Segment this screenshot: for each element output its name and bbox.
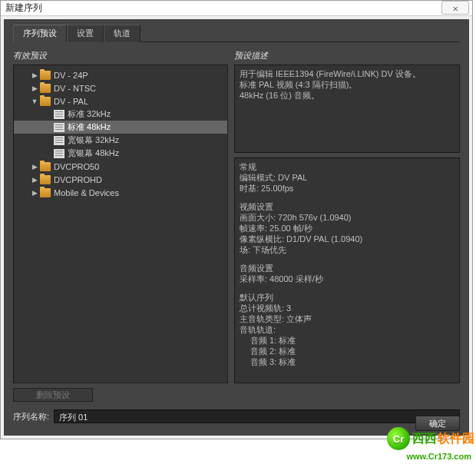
- tree-folder[interactable]: ▶DVCPRO50: [14, 160, 227, 173]
- desc-line: 48kHz (16 位) 音频。: [240, 90, 455, 101]
- spec-heading-video: 视频设置: [240, 201, 455, 212]
- disclosure-arrow-icon[interactable]: ▼: [31, 98, 38, 105]
- window-title: 新建序列: [5, 0, 42, 16]
- folder-icon: [40, 84, 51, 93]
- tree-preset[interactable]: 宽银幕 48kHz: [14, 147, 227, 160]
- sequence-name-label: 序列名称:: [13, 411, 49, 423]
- tree-folder[interactable]: ▶DV - 24P: [14, 68, 227, 81]
- preset-tree-box: ▶DV - 24P▶DV - NTSC▼DV - PAL标准 32kHz标准 4…: [13, 65, 228, 383]
- tree-item-label: DV - NTSC: [54, 84, 96, 93]
- tree-item-label: DVCPROHD: [54, 175, 102, 184]
- ok-button[interactable]: 确定: [415, 416, 460, 431]
- spec-heading-general: 常规: [240, 161, 455, 172]
- left-column: 有效预设 ▶DV - 24P▶DV - NTSC▼DV - PAL标准 32kH…: [13, 50, 228, 383]
- panel-body: 序列预设 设置 轨道 有效预设 ▶DV - 24P▶DV - NTSC▼DV -…: [4, 19, 469, 436]
- content-area: 有效预设 ▶DV - 24P▶DV - NTSC▼DV - PAL标准 32kH…: [13, 50, 460, 383]
- preset-icon: [54, 136, 64, 145]
- right-column: 预设描述 用于编辑 IEEE1394 (FireWire/i.LINK) DV …: [234, 50, 460, 383]
- dialog-window: 新建序列 ⨉ 序列预设 设置 轨道 有效预设 ▶DV - 24P▶DV - NT…: [0, 0, 473, 439]
- tab-tracks[interactable]: 轨道: [104, 25, 140, 42]
- tab-settings[interactable]: 设置: [67, 25, 104, 42]
- spec-heading-audio: 音频设置: [240, 263, 455, 273]
- tree-item-label: 标准 32kHz: [68, 108, 111, 120]
- folder-icon: [40, 162, 51, 171]
- tree-item-label: 标准 48kHz: [68, 121, 111, 133]
- tree-item-label: Mobile & Devices: [54, 188, 119, 197]
- desc-line: 标准 PAL 视频 (4:3 隔行扫描)。: [240, 79, 455, 90]
- watermark-url: www.Cr173.com: [406, 452, 471, 461]
- tab-presets[interactable]: 序列预设: [13, 25, 67, 42]
- spec-line: 主音轨类型: 立体声: [240, 313, 455, 324]
- right-heading: 预设描述: [234, 50, 460, 61]
- titlebar: 新建序列 ⨉: [1, 1, 472, 16]
- folder-icon: [40, 97, 51, 106]
- spec-line: 场: 下场优先: [240, 244, 455, 255]
- tree-item-label: DVCPRO50: [54, 162, 99, 171]
- tab-bar: 序列预设 设置 轨道: [13, 24, 460, 42]
- preset-tree[interactable]: ▶DV - 24P▶DV - NTSC▼DV - PAL标准 32kHz标准 4…: [14, 65, 227, 202]
- spec-line: 音频 1: 标准: [240, 335, 455, 346]
- spec-line: 采样率: 48000 采样/秒: [240, 273, 455, 284]
- spec-line: 音轨轨道:: [240, 324, 455, 335]
- tree-folder[interactable]: ▼DV - PAL: [14, 94, 227, 108]
- tree-item-label: 宽银幕 32kHz: [68, 134, 119, 146]
- disclosure-arrow-icon[interactable]: ▶: [31, 163, 38, 171]
- preset-description[interactable]: 用于编辑 IEEE1394 (FireWire/i.LINK) DV 设备。 标…: [234, 65, 460, 153]
- spec-line: 像素纵横比: D1/DV PAL (1.0940): [240, 234, 455, 244]
- tree-folder[interactable]: ▶DVCPROHD: [14, 173, 227, 186]
- tree-preset[interactable]: 标准 32kHz: [14, 108, 227, 121]
- tree-folder[interactable]: ▶Mobile & Devices: [14, 186, 227, 199]
- close-icon: ⨉: [453, 3, 458, 12]
- spec-heading-seq: 默认序列: [240, 292, 455, 303]
- preset-icon: [54, 110, 64, 119]
- disclosure-arrow-icon[interactable]: ▶: [31, 85, 38, 92]
- preset-icon: [54, 149, 64, 158]
- spec-line: 总计视频轨: 3: [240, 303, 455, 313]
- sequence-name-input[interactable]: 序列 01: [54, 409, 460, 423]
- preset-icon: [54, 123, 64, 132]
- spec-line: 时基: 25.00fps: [240, 183, 455, 194]
- disclosure-arrow-icon[interactable]: ▶: [31, 189, 38, 197]
- dialog-buttons: 确定: [415, 416, 460, 431]
- tree-item-label: DV - PAL: [54, 97, 88, 106]
- preset-spec[interactable]: 常规 编辑模式: DV PAL 时基: 25.00fps 视频设置 画面大小: …: [234, 157, 460, 383]
- tree-item-label: DV - 24P: [54, 71, 88, 80]
- delete-preset-button: 删除预设: [13, 388, 93, 402]
- close-button[interactable]: ⨉: [441, 1, 469, 15]
- footer-row: 序列名称: 序列 01: [13, 409, 460, 423]
- disclosure-arrow-icon[interactable]: ▶: [31, 176, 38, 184]
- tree-folder[interactable]: ▶DV - NTSC: [14, 81, 227, 94]
- spec-line: 编辑模式: DV PAL: [240, 172, 455, 183]
- tree-preset[interactable]: 宽银幕 32kHz: [14, 134, 227, 147]
- tree-preset[interactable]: 标准 48kHz: [14, 121, 227, 134]
- spec-line: 帧速率: 25.00 帧/秒: [240, 223, 455, 234]
- spec-line: 画面大小: 720h 576v (1.0940): [240, 212, 455, 223]
- tree-item-label: 宽银幕 48kHz: [68, 147, 119, 159]
- folder-icon: [40, 175, 51, 184]
- folder-icon: [40, 71, 51, 80]
- desc-line: 用于编辑 IEEE1394 (FireWire/i.LINK) DV 设备。: [240, 68, 455, 79]
- folder-icon: [40, 188, 51, 197]
- disclosure-arrow-icon[interactable]: ▶: [31, 71, 38, 79]
- spec-line: 音频 3: 标准: [240, 356, 455, 367]
- right-inner: 用于编辑 IEEE1394 (FireWire/i.LINK) DV 设备。 标…: [234, 65, 460, 383]
- spec-line: 音频 2: 标准: [240, 346, 455, 356]
- left-heading: 有效预设: [13, 50, 228, 61]
